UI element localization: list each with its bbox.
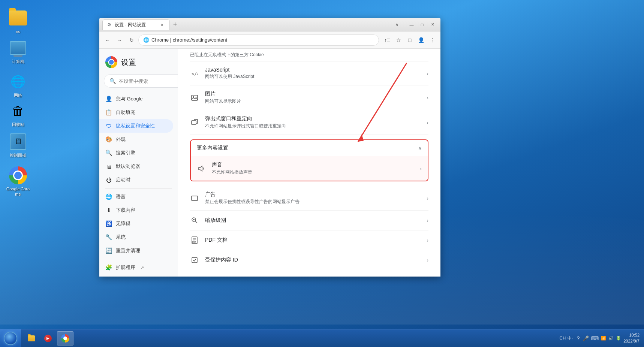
sidebar-label-google: 您与 Google xyxy=(116,96,143,102)
desktop-icon-ns[interactable]: ns xyxy=(3,7,33,36)
start-button[interactable] xyxy=(0,329,21,347)
svg-text:PDF: PDF xyxy=(192,241,196,243)
more-section-header[interactable]: 更多内容设置 ∧ xyxy=(191,140,428,156)
sidebar-item-browser[interactable]: 🖥 默认浏览器 xyxy=(99,160,178,173)
new-tab-button[interactable]: + xyxy=(170,19,180,30)
taskbar-tray: CH 中· ? 🎤 ⌨ 📶 🔊 🔋 10:52 2022/9/7 xyxy=(555,332,644,344)
settings-item-pdf[interactable]: PDF PDF 文档 › xyxy=(190,230,428,250)
sidebar-item-privacy[interactable]: 🛡 隐私设置和安全性 xyxy=(99,119,173,133)
sidebar-icon-search: 🔍 xyxy=(105,150,112,156)
desktop-icon-chrome[interactable]: Google Chrome xyxy=(3,165,33,199)
sidebar-label-reset: 重置并清理 xyxy=(116,247,140,254)
popups-text: 弹出式窗口和重定向 不允许网站显示弹出式窗口或使用重定向 xyxy=(205,115,421,129)
svg-rect-5 xyxy=(192,196,198,200)
taskbar-chrome-icon xyxy=(61,334,69,343)
url-bar[interactable]: 🌐 Chrome | chrome://settings/content xyxy=(138,34,379,46)
settings-item-zoom[interactable]: 缩放级别 › xyxy=(190,211,428,230)
svg-marker-4 xyxy=(199,166,202,171)
settings-title-sidebar: 设置 xyxy=(121,57,136,67)
sidebar-icon-appearance: 🎨 xyxy=(105,136,112,143)
bookmark-button[interactable]: ☆ xyxy=(393,35,404,45)
desktop-icon-label: ns xyxy=(15,28,21,34)
more-section-title: 更多内容设置 xyxy=(197,145,228,151)
desktop-icon-label: 控制面板 xyxy=(9,152,27,158)
sound-icon xyxy=(197,164,206,173)
zoom-arrow: › xyxy=(427,217,428,223)
sidebar-divider-2 xyxy=(105,259,172,259)
taskbar-time-display: 10:52 2022/9/7 xyxy=(623,332,640,344)
settings-item-sound[interactable]: 声音 不允许网站播放声音 › xyxy=(191,156,428,181)
minimize-button[interactable]: — xyxy=(407,21,416,28)
sidebar-item-system[interactable]: 🔧 系统 xyxy=(99,230,178,244)
close-button[interactable]: ✕ xyxy=(428,21,437,28)
sidebar-icon-autofill: 📋 xyxy=(105,109,112,116)
cookie-subtitle: 已阻止在无痕模式下的第三方 Cookie xyxy=(190,52,428,61)
share-button[interactable]: ↑□ xyxy=(382,35,392,45)
tab-close-button[interactable]: ✕ xyxy=(159,22,165,28)
more-button[interactable]: ⋮ xyxy=(427,35,437,45)
network-icon: 🌐 xyxy=(9,73,27,91)
sidebar-item-startup[interactable]: ⏻ 启动时 xyxy=(99,173,178,187)
zoom-text: 缩放级别 xyxy=(205,217,421,224)
tab-strip: ⚙ 设置 - 网站设置 ✕ + xyxy=(102,19,392,30)
desktop-icon-label: Google Chrome xyxy=(4,186,31,197)
profile-button[interactable]: 👤 xyxy=(416,35,426,45)
settings-brand: 设置 xyxy=(99,52,178,74)
settings-item-popups[interactable]: 弹出式窗口和重定向 不允许网站显示弹出式窗口或使用重定向 › xyxy=(190,110,428,135)
sidebar-icon-startup: ⏻ xyxy=(105,176,112,183)
sidebar-item-accessibility[interactable]: ♿ 无障碍 xyxy=(99,217,178,230)
desktop-icon-network[interactable]: 🌐 网络 xyxy=(3,71,33,100)
sidebar-item-autofill[interactable]: 📋 自动填充 xyxy=(99,106,178,119)
title-bar: ⚙ 设置 - 网站设置 ✕ + ∨ — □ ✕ xyxy=(99,18,440,31)
javascript-subtitle: 网站可以使用 JavaScript xyxy=(205,73,421,80)
back-button[interactable]: ← xyxy=(102,35,113,45)
settings-search-bar[interactable]: 🔍 xyxy=(104,74,178,88)
sidebar-item-about[interactable]: ℹ 关于 Chrome xyxy=(99,274,178,277)
pdf-icon: PDF xyxy=(190,236,199,245)
more-section-arrow: ∧ xyxy=(418,145,422,151)
browser-action-button[interactable]: □ xyxy=(404,35,415,45)
tray-text: CH 中· xyxy=(559,335,574,341)
sidebar-divider xyxy=(105,188,172,188)
settings-item-images[interactable]: 图片 网站可以显示图片 › xyxy=(190,85,428,110)
settings-item-ads[interactable]: 广告 禁止会展示侵扰性或误导性广告的网站显示广告 › xyxy=(190,186,428,211)
reload-button[interactable]: ↻ xyxy=(126,35,137,45)
popups-subtitle: 不允许网站显示弹出式窗口或使用重定向 xyxy=(205,123,421,129)
sidebar-item-search[interactable]: 🔍 搜索引擎 xyxy=(99,146,178,160)
taskbar-item-chrome[interactable] xyxy=(57,331,73,346)
sidebar-label-appearance: 外观 xyxy=(116,136,126,143)
sidebar-item-appearance[interactable]: 🎨 外观 xyxy=(99,133,178,146)
sidebar-item-reset[interactable]: 🔄 重置并清理 xyxy=(99,244,178,257)
tab-dropdown-button[interactable]: ∨ xyxy=(392,19,402,30)
settings-content: 设置 🔍 👤 您与 Google 📋 自动填充 🛡 隐私设置和安全性 xyxy=(99,49,440,277)
desktop-icon-computer[interactable]: 计算机 xyxy=(3,37,33,66)
ads-icon xyxy=(190,194,199,203)
svg-line-7 xyxy=(195,221,197,223)
popups-title: 弹出式窗口和重定向 xyxy=(205,115,421,122)
pdf-arrow: › xyxy=(427,237,428,243)
sidebar-item-language[interactable]: 🌐 语言 xyxy=(99,190,178,203)
desktop-icon-controlpanel[interactable]: 🖥 控制面板 xyxy=(3,131,33,160)
sidebar-item-google[interactable]: 👤 您与 Google xyxy=(99,92,178,106)
popups-icon xyxy=(190,118,199,127)
taskbar-time: 10:52 xyxy=(623,332,640,338)
settings-tab[interactable]: ⚙ 设置 - 网站设置 ✕ xyxy=(102,19,170,30)
maximize-button[interactable]: □ xyxy=(417,21,427,28)
sidebar-label-system: 系统 xyxy=(116,234,126,241)
settings-search-input[interactable] xyxy=(119,78,178,84)
taskbar-date: 2022/9/7 xyxy=(623,338,640,344)
taskbar-item-folder[interactable] xyxy=(24,331,39,346)
settings-item-protected[interactable]: 受保护内容 ID › xyxy=(190,250,428,270)
images-arrow: › xyxy=(427,95,428,101)
desktop-icon-label: 网络 xyxy=(13,92,23,98)
taskbar-item-media[interactable]: ▶ xyxy=(40,331,55,346)
desktop-icon-recycle[interactable]: 🗑 回收站 xyxy=(3,100,33,129)
sidebar-item-download[interactable]: ⬇ 下载内容 xyxy=(99,203,178,217)
forward-button[interactable]: → xyxy=(114,35,125,45)
svg-rect-3 xyxy=(192,121,196,124)
search-icon: 🔍 xyxy=(109,78,116,84)
settings-item-javascript[interactable]: </> JavaScript 网站可以使用 JavaScript › xyxy=(190,61,428,85)
sidebar-item-extensions[interactable]: 🧩 扩展程序 ↗ xyxy=(99,261,178,274)
svg-rect-15 xyxy=(192,257,197,263)
recycle-icon: 🗑 xyxy=(9,102,27,120)
